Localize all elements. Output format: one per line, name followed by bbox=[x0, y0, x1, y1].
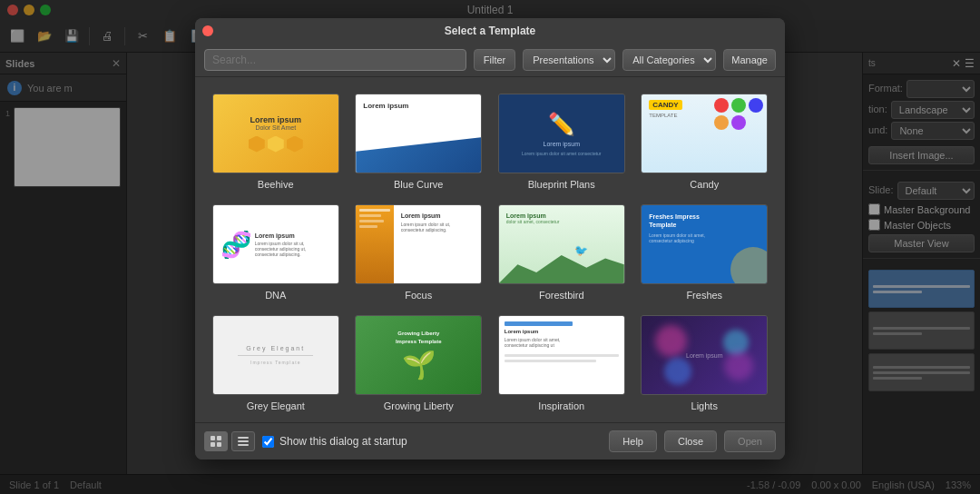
show-startup-checkbox[interactable] bbox=[262, 436, 274, 448]
modal-title: Select a Template bbox=[445, 25, 536, 37]
template-thumb-forestbird: Lorem ipsum dolor sit amet, consectetur … bbox=[498, 204, 625, 284]
show-startup-row: Show this dialog at startup bbox=[262, 435, 602, 448]
template-item-focus[interactable]: Lorem ipsum Lorem ipsum dolor sit ut,con… bbox=[348, 197, 491, 308]
template-name-greyelegant: Grey Elegant bbox=[247, 400, 305, 411]
template-thumb-beehive: Lorem ipsum Dolor Sit Amet bbox=[212, 94, 339, 173]
modal-close-button[interactable] bbox=[202, 25, 213, 36]
template-item-bluecurve[interactable]: Lorem ipsum Blue Curve bbox=[348, 86, 491, 197]
modal-footer: Show this dialog at startup Help Close O… bbox=[195, 422, 785, 459]
template-name-growing: Growing Liberty bbox=[384, 400, 454, 411]
help-button[interactable]: Help bbox=[609, 430, 657, 452]
template-thumb-focus: Lorem ipsum Lorem ipsum dolor sit ut,con… bbox=[355, 204, 482, 284]
template-thumb-growing: Growing LibertyImpress Template 🌱 bbox=[355, 315, 482, 395]
template-thumb-lights: Lorem ipsum bbox=[641, 315, 768, 395]
template-grid: Lorem ipsum Dolor Sit Amet Beehive bbox=[195, 77, 785, 422]
presentations-select[interactable]: Presentations bbox=[523, 49, 615, 71]
modal-title-bar: Select a Template bbox=[195, 18, 785, 44]
list-view-button[interactable] bbox=[231, 431, 255, 451]
grid-view-button[interactable] bbox=[204, 431, 228, 451]
filter-button[interactable]: Filter bbox=[474, 49, 515, 71]
modal-toolbar: Filter Presentations All Categories Mana… bbox=[195, 44, 785, 77]
template-thumb-dna: 🧬 Lorem ipsum Lorem ipsum dolor sit ut,c… bbox=[212, 204, 339, 284]
template-item-candy[interactable]: CANDY TEMPLATE Cand bbox=[633, 86, 777, 197]
modal-overlay: Select a Template Filter Presentations A… bbox=[0, 0, 980, 494]
template-item-inspiration[interactable]: Lorem ipsum Lorem ipsum dolor sit amet,c… bbox=[490, 308, 633, 419]
template-name-freshes: Freshes bbox=[686, 290, 722, 301]
template-item-lights[interactable]: Lorem ipsum Lights bbox=[633, 308, 777, 419]
template-name-focus: Focus bbox=[405, 290, 432, 301]
svg-rect-1 bbox=[217, 436, 221, 440]
template-thumb-candy: CANDY TEMPLATE bbox=[641, 94, 768, 173]
svg-rect-0 bbox=[211, 436, 215, 440]
template-name-bluecurve: Blue Curve bbox=[394, 179, 443, 190]
manage-button[interactable]: Manage bbox=[723, 49, 776, 71]
svg-rect-4 bbox=[238, 437, 249, 439]
template-item-dna[interactable]: 🧬 Lorem ipsum Lorem ipsum dolor sit ut,c… bbox=[204, 197, 348, 308]
open-button[interactable]: Open bbox=[724, 430, 776, 452]
template-name-candy: Candy bbox=[690, 179, 719, 190]
close-dialog-button[interactable]: Close bbox=[664, 430, 717, 452]
template-thumb-greyelegant: Grey Elegant Impress Template bbox=[212, 315, 339, 395]
template-item-beehive[interactable]: Lorem ipsum Dolor Sit Amet Beehive bbox=[204, 86, 348, 197]
template-thumb-freshes: Freshes ImpressTemplate Lorem ipsum dolo… bbox=[641, 204, 768, 284]
svg-rect-6 bbox=[238, 444, 249, 446]
svg-rect-3 bbox=[217, 442, 221, 447]
template-item-greyelegant[interactable]: Grey Elegant Impress Template Grey Elega… bbox=[204, 308, 348, 419]
svg-rect-2 bbox=[211, 442, 215, 447]
template-item-freshes[interactable]: Freshes ImpressTemplate Lorem ipsum dolo… bbox=[633, 197, 777, 308]
template-name-forestbird: Forestbird bbox=[539, 290, 584, 301]
template-name-inspiration: Inspiration bbox=[538, 400, 584, 411]
template-item-growing[interactable]: Growing LibertyImpress Template 🌱 Growin… bbox=[348, 308, 491, 419]
template-item-blueprint[interactable]: ✏️ Lorem ipsum Lorem ipsum dolor sit ame… bbox=[490, 86, 633, 197]
svg-rect-5 bbox=[238, 440, 249, 442]
template-name-beehive: Beehive bbox=[258, 179, 294, 190]
template-dialog: Select a Template Filter Presentations A… bbox=[195, 18, 785, 459]
categories-select[interactable]: All Categories bbox=[622, 49, 716, 71]
template-name-dna: DNA bbox=[265, 290, 286, 301]
view-toggle-buttons bbox=[204, 431, 255, 451]
show-startup-label: Show this dialog at startup bbox=[279, 435, 407, 448]
template-thumb-blueprint: ✏️ Lorem ipsum Lorem ipsum dolor sit ame… bbox=[498, 94, 625, 173]
template-thumb-bluecurve: Lorem ipsum bbox=[355, 94, 482, 173]
search-input[interactable] bbox=[204, 49, 466, 71]
template-item-forestbird[interactable]: Lorem ipsum dolor sit amet, consectetur … bbox=[490, 197, 633, 308]
template-thumb-inspiration: Lorem ipsum Lorem ipsum dolor sit amet,c… bbox=[498, 315, 625, 395]
template-name-lights: Lights bbox=[691, 400, 718, 411]
template-name-blueprint: Blueprint Plans bbox=[528, 179, 595, 190]
